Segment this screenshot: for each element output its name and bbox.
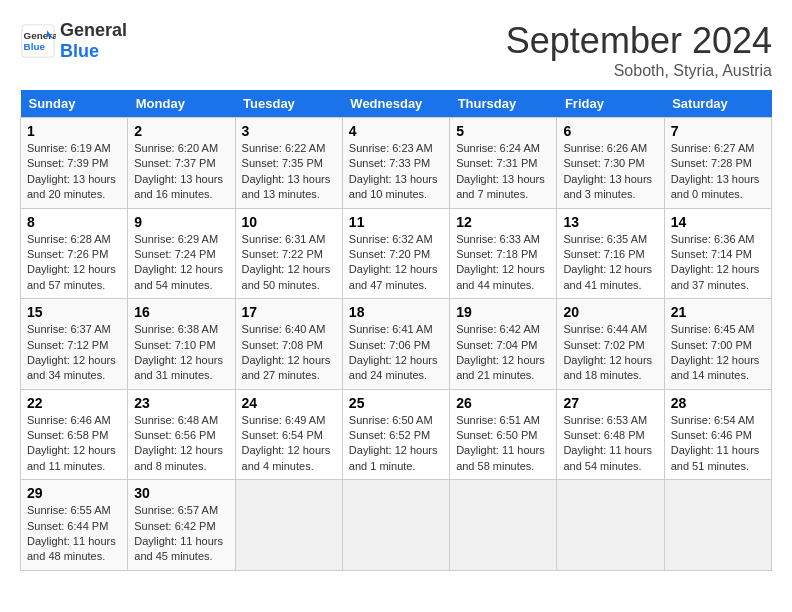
day-number: 20	[563, 304, 657, 320]
calendar-cell: 8Sunrise: 6:28 AM Sunset: 7:26 PM Daylig…	[21, 208, 128, 299]
column-header-tuesday: Tuesday	[235, 90, 342, 118]
day-number: 5	[456, 123, 550, 139]
calendar-cell: 29Sunrise: 6:55 AM Sunset: 6:44 PM Dayli…	[21, 480, 128, 571]
logo-general: General	[60, 20, 127, 41]
day-number: 6	[563, 123, 657, 139]
day-number: 27	[563, 395, 657, 411]
day-info: Sunrise: 6:54 AM Sunset: 6:46 PM Dayligh…	[671, 413, 765, 475]
calendar-cell	[235, 480, 342, 571]
column-header-monday: Monday	[128, 90, 235, 118]
day-info: Sunrise: 6:24 AM Sunset: 7:31 PM Dayligh…	[456, 141, 550, 203]
day-number: 18	[349, 304, 443, 320]
day-number: 11	[349, 214, 443, 230]
day-info: Sunrise: 6:48 AM Sunset: 6:56 PM Dayligh…	[134, 413, 228, 475]
calendar-cell: 1Sunrise: 6:19 AM Sunset: 7:39 PM Daylig…	[21, 118, 128, 209]
calendar-cell: 25Sunrise: 6:50 AM Sunset: 6:52 PM Dayli…	[342, 389, 449, 480]
calendar-cell: 28Sunrise: 6:54 AM Sunset: 6:46 PM Dayli…	[664, 389, 771, 480]
calendar-cell: 11Sunrise: 6:32 AM Sunset: 7:20 PM Dayli…	[342, 208, 449, 299]
calendar-cell: 21Sunrise: 6:45 AM Sunset: 7:00 PM Dayli…	[664, 299, 771, 390]
day-info: Sunrise: 6:26 AM Sunset: 7:30 PM Dayligh…	[563, 141, 657, 203]
column-header-friday: Friday	[557, 90, 664, 118]
day-info: Sunrise: 6:53 AM Sunset: 6:48 PM Dayligh…	[563, 413, 657, 475]
day-info: Sunrise: 6:27 AM Sunset: 7:28 PM Dayligh…	[671, 141, 765, 203]
calendar-cell: 23Sunrise: 6:48 AM Sunset: 6:56 PM Dayli…	[128, 389, 235, 480]
day-number: 19	[456, 304, 550, 320]
logo: General Blue General Blue	[20, 20, 127, 62]
day-number: 9	[134, 214, 228, 230]
column-header-wednesday: Wednesday	[342, 90, 449, 118]
calendar-cell: 3Sunrise: 6:22 AM Sunset: 7:35 PM Daylig…	[235, 118, 342, 209]
day-info: Sunrise: 6:57 AM Sunset: 6:42 PM Dayligh…	[134, 503, 228, 565]
logo-icon: General Blue	[20, 23, 56, 59]
day-number: 1	[27, 123, 121, 139]
title-block: September 2024 Soboth, Styria, Austria	[506, 20, 772, 80]
day-number: 30	[134, 485, 228, 501]
logo-blue: Blue	[60, 41, 127, 62]
day-info: Sunrise: 6:19 AM Sunset: 7:39 PM Dayligh…	[27, 141, 121, 203]
day-number: 14	[671, 214, 765, 230]
day-info: Sunrise: 6:49 AM Sunset: 6:54 PM Dayligh…	[242, 413, 336, 475]
calendar-week-3: 15Sunrise: 6:37 AM Sunset: 7:12 PM Dayli…	[21, 299, 772, 390]
day-info: Sunrise: 6:33 AM Sunset: 7:18 PM Dayligh…	[456, 232, 550, 294]
day-info: Sunrise: 6:31 AM Sunset: 7:22 PM Dayligh…	[242, 232, 336, 294]
day-number: 29	[27, 485, 121, 501]
day-number: 17	[242, 304, 336, 320]
calendar-header-row: SundayMondayTuesdayWednesdayThursdayFrid…	[21, 90, 772, 118]
calendar-cell: 20Sunrise: 6:44 AM Sunset: 7:02 PM Dayli…	[557, 299, 664, 390]
calendar-cell: 2Sunrise: 6:20 AM Sunset: 7:37 PM Daylig…	[128, 118, 235, 209]
day-number: 7	[671, 123, 765, 139]
calendar-cell: 24Sunrise: 6:49 AM Sunset: 6:54 PM Dayli…	[235, 389, 342, 480]
day-info: Sunrise: 6:36 AM Sunset: 7:14 PM Dayligh…	[671, 232, 765, 294]
day-number: 21	[671, 304, 765, 320]
calendar-cell: 15Sunrise: 6:37 AM Sunset: 7:12 PM Dayli…	[21, 299, 128, 390]
calendar-cell: 10Sunrise: 6:31 AM Sunset: 7:22 PM Dayli…	[235, 208, 342, 299]
day-info: Sunrise: 6:45 AM Sunset: 7:00 PM Dayligh…	[671, 322, 765, 384]
day-number: 25	[349, 395, 443, 411]
calendar-week-2: 8Sunrise: 6:28 AM Sunset: 7:26 PM Daylig…	[21, 208, 772, 299]
calendar-cell	[342, 480, 449, 571]
calendar-cell: 9Sunrise: 6:29 AM Sunset: 7:24 PM Daylig…	[128, 208, 235, 299]
calendar-cell: 30Sunrise: 6:57 AM Sunset: 6:42 PM Dayli…	[128, 480, 235, 571]
column-header-sunday: Sunday	[21, 90, 128, 118]
day-number: 4	[349, 123, 443, 139]
column-header-saturday: Saturday	[664, 90, 771, 118]
svg-text:Blue: Blue	[24, 41, 46, 52]
day-info: Sunrise: 6:40 AM Sunset: 7:08 PM Dayligh…	[242, 322, 336, 384]
day-info: Sunrise: 6:55 AM Sunset: 6:44 PM Dayligh…	[27, 503, 121, 565]
calendar-cell: 22Sunrise: 6:46 AM Sunset: 6:58 PM Dayli…	[21, 389, 128, 480]
day-info: Sunrise: 6:32 AM Sunset: 7:20 PM Dayligh…	[349, 232, 443, 294]
day-number: 13	[563, 214, 657, 230]
day-number: 15	[27, 304, 121, 320]
calendar-cell: 26Sunrise: 6:51 AM Sunset: 6:50 PM Dayli…	[450, 389, 557, 480]
calendar-cell: 16Sunrise: 6:38 AM Sunset: 7:10 PM Dayli…	[128, 299, 235, 390]
calendar-cell	[557, 480, 664, 571]
day-info: Sunrise: 6:50 AM Sunset: 6:52 PM Dayligh…	[349, 413, 443, 475]
day-info: Sunrise: 6:41 AM Sunset: 7:06 PM Dayligh…	[349, 322, 443, 384]
day-info: Sunrise: 6:28 AM Sunset: 7:26 PM Dayligh…	[27, 232, 121, 294]
calendar-table: SundayMondayTuesdayWednesdayThursdayFrid…	[20, 90, 772, 571]
day-number: 8	[27, 214, 121, 230]
calendar-cell: 17Sunrise: 6:40 AM Sunset: 7:08 PM Dayli…	[235, 299, 342, 390]
month-title: September 2024	[506, 20, 772, 62]
calendar-week-1: 1Sunrise: 6:19 AM Sunset: 7:39 PM Daylig…	[21, 118, 772, 209]
day-info: Sunrise: 6:20 AM Sunset: 7:37 PM Dayligh…	[134, 141, 228, 203]
day-number: 26	[456, 395, 550, 411]
day-info: Sunrise: 6:23 AM Sunset: 7:33 PM Dayligh…	[349, 141, 443, 203]
calendar-cell: 13Sunrise: 6:35 AM Sunset: 7:16 PM Dayli…	[557, 208, 664, 299]
day-info: Sunrise: 6:46 AM Sunset: 6:58 PM Dayligh…	[27, 413, 121, 475]
calendar-body: 1Sunrise: 6:19 AM Sunset: 7:39 PM Daylig…	[21, 118, 772, 571]
calendar-cell	[664, 480, 771, 571]
day-info: Sunrise: 6:44 AM Sunset: 7:02 PM Dayligh…	[563, 322, 657, 384]
location: Soboth, Styria, Austria	[506, 62, 772, 80]
calendar-cell: 5Sunrise: 6:24 AM Sunset: 7:31 PM Daylig…	[450, 118, 557, 209]
day-number: 28	[671, 395, 765, 411]
calendar-cell: 6Sunrise: 6:26 AM Sunset: 7:30 PM Daylig…	[557, 118, 664, 209]
calendar-cell: 4Sunrise: 6:23 AM Sunset: 7:33 PM Daylig…	[342, 118, 449, 209]
day-number: 3	[242, 123, 336, 139]
day-number: 24	[242, 395, 336, 411]
day-number: 2	[134, 123, 228, 139]
calendar-cell	[450, 480, 557, 571]
day-number: 22	[27, 395, 121, 411]
calendar-cell: 12Sunrise: 6:33 AM Sunset: 7:18 PM Dayli…	[450, 208, 557, 299]
column-header-thursday: Thursday	[450, 90, 557, 118]
